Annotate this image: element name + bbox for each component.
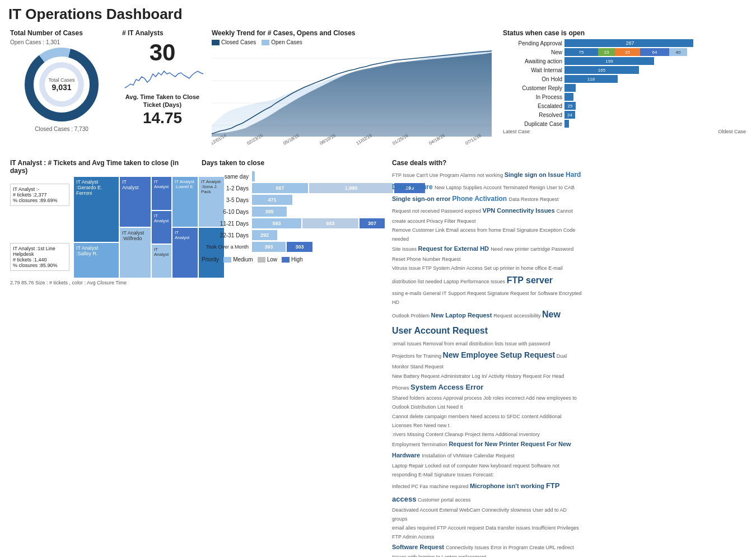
analysts-count: 30: [122, 39, 203, 66]
weekly-trend-title: Weekly Trend for # Cases, Opens and Clos…: [212, 29, 494, 37]
open-cases-label: Open Cases : 1,301: [10, 39, 113, 45]
page-title: IT Operations Dashboard: [0, 0, 756, 26]
size-legend: 2.79 85.76 Size : # tickets , color : Av…: [10, 280, 192, 285]
word-cloud: FTP Issue Can't Use Program Alarms not w…: [392, 169, 582, 557]
svg-text:9,031: 9,031: [52, 83, 71, 92]
analyst-treemap: IT Analyst :- # tickets :2,377 % closure…: [10, 177, 192, 278]
closed-cases-label: Closed Cases : 7,730: [10, 126, 113, 132]
total-cases-title: Total Number of Cases: [10, 29, 113, 37]
total-cases-section: Total Number of Cases Open Cases : 1,301…: [6, 26, 118, 152]
dtc-legend: Priority Medium Low High: [202, 256, 382, 263]
avg-label: Avg. Time Taken to Close Ticket (Days): [122, 93, 203, 109]
days-close-chart: same day 1-2 Days 667 1,990 390 3-5 Days…: [202, 169, 382, 252]
trend-chart: 12/01/14 02/23/15 05/18/15 08/10/15 11/0…: [212, 47, 494, 149]
weekly-trend-section: Weekly Trend for # Cases, Opens and Clos…: [207, 26, 498, 152]
status-bars: Pending Approval 287 New 75 23 35 64 40 …: [503, 39, 746, 134]
oldest-case-label: Oldest Case: [718, 129, 746, 134]
analyst-tickets-section: IT Analyst : # Tickets and Avg Time take…: [6, 156, 196, 557]
case-deals-section: Case deals with? FTP Issue Can't Use Pro…: [386, 156, 750, 557]
avg-value: 14.75: [122, 109, 203, 127]
analyst-tickets-title: IT Analyst : # Tickets and Avg Time take…: [10, 159, 192, 175]
status-open-title: Status when case is open: [503, 29, 746, 37]
it-analysts-title: # IT Analysts: [122, 29, 203, 37]
legend-open: Open Cases: [271, 39, 302, 45]
donut-chart: Total Cases 9,031: [22, 45, 101, 124]
trend-legend: Closed Cases Open Cases: [212, 39, 494, 45]
days-close-title: Days taken to close: [202, 159, 382, 167]
it-analysts-section: # IT Analysts 30 Avg. Time Taken to Clos…: [118, 26, 207, 152]
legend-closed: Closed Cases: [221, 39, 256, 45]
status-open-section: Status when case is open Pending Approva…: [498, 26, 750, 152]
latest-case-label: Latest Case: [503, 129, 530, 134]
days-close-section: Days taken to close same day 1-2 Days 66…: [196, 156, 386, 557]
svg-text:Total Cases: Total Cases: [48, 77, 75, 83]
case-deals-title: Case deals with?: [392, 159, 746, 167]
